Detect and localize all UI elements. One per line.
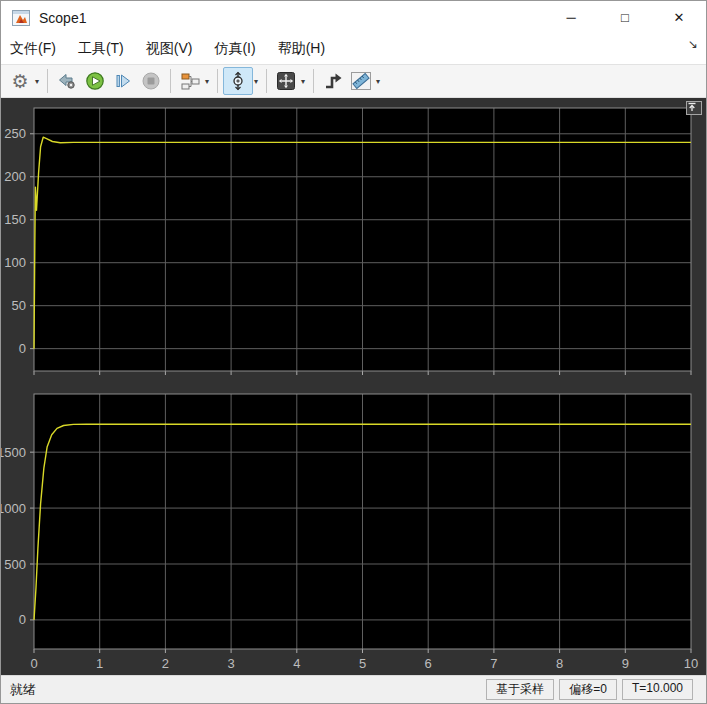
menu-help[interactable]: 帮助(H) (278, 36, 336, 62)
scope-plot-area[interactable]: 050100150200250012345678910050010001500 (1, 98, 707, 677)
trigger-icon (323, 71, 344, 91)
toolbar-separator (217, 69, 218, 93)
status-ready-text: 就绪 (10, 681, 36, 699)
autoscale-dropdown-caret[interactable]: ▾ (301, 77, 305, 86)
highlight-block-button[interactable] (53, 68, 81, 94)
settings-dropdown-caret[interactable]: ▾ (35, 77, 39, 86)
minimize-button[interactable]: ─ (544, 1, 598, 34)
signal-selector-button[interactable] (176, 68, 204, 94)
toolbar: ⚙ ▾ (1, 65, 706, 98)
svg-text:50: 50 (12, 298, 26, 313)
scope-app-icon (12, 10, 30, 26)
autoscale-button[interactable] (272, 68, 300, 94)
step-forward-icon (113, 71, 133, 91)
svg-text:200: 200 (4, 169, 26, 184)
menu-simulation[interactable]: 仿真(I) (214, 36, 266, 62)
svg-text:1000: 1000 (1, 501, 26, 516)
svg-text:5: 5 (359, 656, 366, 671)
window-title: Scope1 (39, 10, 86, 26)
toolbar-separator (47, 69, 48, 93)
menu-file[interactable]: 文件(F) (10, 36, 67, 62)
svg-text:0: 0 (19, 612, 26, 627)
signal-selector-icon (180, 71, 201, 91)
status-offset: 偏移=0 (559, 679, 617, 700)
svg-text:0: 0 (19, 341, 26, 356)
scope-window: Scope1 ─ □ ✕ 文件(F) 工具(T) 视图(V) 仿真(I) 帮助(… (0, 0, 707, 704)
settings-button[interactable]: ⚙ (6, 68, 34, 94)
menu-bar: 文件(F) 工具(T) 视图(V) 仿真(I) 帮助(H) (1, 34, 706, 65)
svg-text:0: 0 (30, 656, 37, 671)
toolbar-separator (266, 69, 267, 93)
svg-text:1500: 1500 (1, 445, 26, 460)
run-icon (85, 71, 105, 91)
status-right-group: 基于采样 偏移=0 T=10.000 (486, 679, 693, 700)
measurements-dropdown-caret[interactable]: ▾ (376, 77, 380, 86)
toolbar-separator (170, 69, 171, 93)
zoom-icon (228, 71, 248, 91)
close-button[interactable]: ✕ (652, 1, 706, 34)
svg-text:7: 7 (490, 656, 497, 671)
step-forward-button[interactable] (109, 68, 137, 94)
signal-selector-dropdown-caret[interactable]: ▾ (205, 77, 209, 86)
highlight-block-icon (57, 71, 77, 91)
gear-icon: ⚙ (11, 72, 28, 91)
svg-text:3: 3 (227, 656, 234, 671)
dock-arrow-icon[interactable]: ↘ (688, 37, 698, 51)
window-controls: ─ □ ✕ (544, 1, 706, 34)
status-bar: 就绪 基于采样 偏移=0 T=10.000 (1, 675, 706, 703)
menu-tools[interactable]: 工具(T) (78, 36, 135, 62)
toolbar-separator (313, 69, 314, 93)
arrow-up-icon (687, 102, 697, 112)
svg-text:1: 1 (96, 656, 103, 671)
svg-text:500: 500 (4, 557, 26, 572)
svg-text:2: 2 (162, 656, 169, 671)
stop-icon (141, 71, 161, 91)
stop-button[interactable] (137, 68, 165, 94)
svg-text:4: 4 (293, 656, 300, 671)
measurements-button[interactable] (347, 68, 375, 94)
svg-text:6: 6 (425, 656, 432, 671)
measurements-ruler-icon (350, 71, 372, 91)
svg-text:150: 150 (4, 212, 26, 227)
autoscale-icon (276, 71, 296, 91)
svg-text:8: 8 (556, 656, 563, 671)
svg-text:100: 100 (4, 255, 26, 270)
zoom-button[interactable] (223, 67, 253, 95)
expand-panel-button[interactable] (686, 101, 702, 115)
trigger-button[interactable] (319, 68, 347, 94)
status-time: T=10.000 (622, 679, 693, 700)
zoom-dropdown-caret[interactable]: ▾ (254, 77, 258, 86)
run-button[interactable] (81, 68, 109, 94)
menu-view[interactable]: 视图(V) (146, 36, 204, 62)
status-sample-mode: 基于采样 (486, 679, 554, 700)
svg-text:9: 9 (622, 656, 629, 671)
maximize-button[interactable]: □ (598, 1, 652, 34)
plot-region: 050100150200250012345678910050010001500 (1, 98, 707, 677)
svg-text:250: 250 (4, 126, 26, 141)
svg-text:10: 10 (684, 656, 698, 671)
